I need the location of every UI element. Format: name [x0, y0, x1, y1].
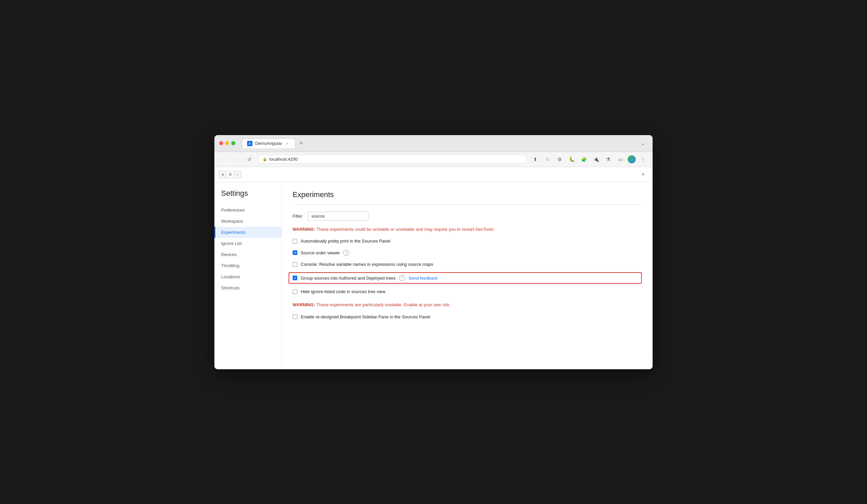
settings-sidebar: Settings Preferences Workspace Experimen…: [214, 182, 282, 369]
filter-label: Filter: [292, 213, 302, 219]
warning-body-2: These experiments are particularly unsta…: [315, 302, 451, 307]
warning-text-1: WARNING: These experiments could be unst…: [292, 226, 642, 233]
sidebar-item-ignore-list[interactable]: Ignore List: [214, 238, 281, 249]
warning-label-2: WARNING:: [292, 302, 315, 307]
address-bar[interactable]: 🔒 localhost:4200: [258, 155, 527, 164]
experiment-item-console-resolve: Console: Resolve variable names in expre…: [292, 261, 642, 267]
counter-minus-button[interactable]: -: [234, 171, 242, 178]
settings-content: Experiments Filter WARNING: These experi…: [282, 182, 653, 369]
sidebar-item-shortcuts[interactable]: Shortcuts: [214, 282, 281, 294]
counter-plus-button[interactable]: +: [219, 171, 226, 178]
experiment-label-pretty-print: Automatically pretty print in the Source…: [301, 239, 390, 244]
experiment-item-group-sources: Group sources into Authored and Deployed…: [289, 272, 642, 284]
devtools-icon[interactable]: ⚙: [555, 155, 564, 164]
extension-icon[interactable]: 🧩: [579, 155, 589, 164]
checkbox-breakpoint-sidebar[interactable]: [292, 314, 297, 319]
warning-body-1: These experiments could be unstable or u…: [315, 227, 494, 232]
experiment-label-source-order: Source order viewer: [301, 250, 340, 255]
content-title: Experiments: [292, 190, 642, 205]
back-button[interactable]: ←: [219, 155, 228, 164]
tab-close-button[interactable]: ×: [285, 141, 290, 146]
help-icon-source-order[interactable]: ?: [343, 250, 349, 256]
share-icon[interactable]: ⬆: [531, 155, 540, 164]
flask-icon[interactable]: ⚗: [603, 155, 613, 164]
browser-titlebar: A DemoAngular × + ⌄: [214, 135, 653, 152]
warning-label-1: WARNING:: [292, 227, 315, 232]
filter-input[interactable]: [308, 211, 368, 221]
counter-value: 0: [226, 171, 234, 178]
bug-icon[interactable]: 🐛: [567, 155, 576, 164]
sidebar-item-preferences[interactable]: Preferences: [214, 205, 281, 216]
settings-layout: Settings Preferences Workspace Experimen…: [214, 182, 653, 369]
lock-icon: 🔒: [263, 157, 267, 161]
sidebar-item-throttling[interactable]: Throttling: [214, 260, 281, 271]
tab-bar: A DemoAngular × +: [242, 139, 635, 148]
more-button[interactable]: ⋮: [639, 155, 648, 164]
experiment-item-source-order: Source order viewer ?: [292, 249, 642, 256]
window-dropdown-button[interactable]: ⌄: [639, 139, 648, 148]
experiment-item-pretty-print: Automatically pretty print in the Source…: [292, 238, 642, 244]
browser-window: A DemoAngular × + ⌄ ← → ↺ 🔒 localhost:42…: [214, 135, 653, 369]
bookmark-icon[interactable]: ☆: [543, 155, 552, 164]
avatar[interactable]: [628, 155, 636, 163]
new-tab-button[interactable]: +: [297, 139, 306, 147]
settings-title: Settings: [214, 189, 281, 205]
send-feedback-link[interactable]: Send feedback: [408, 276, 438, 281]
counter-controls: + 0 -: [219, 171, 242, 178]
sidebar-item-workspace[interactable]: Workspace: [214, 216, 281, 227]
browser-tab[interactable]: A DemoAngular ×: [242, 139, 295, 148]
checkbox-source-order[interactable]: [292, 250, 297, 255]
devtools-panel: + 0 - × Settings Preferences Workspace E…: [214, 167, 653, 369]
reload-button[interactable]: ↺: [245, 155, 254, 164]
tab-title: DemoAngular: [255, 141, 282, 146]
experiment-label-hide-ignore: Hide ignore-listed code in sources tree …: [301, 289, 385, 294]
forward-button[interactable]: →: [232, 155, 242, 164]
experiment-item-breakpoint-sidebar: Enable re-designed Breakpoint Sidebar Pa…: [292, 314, 642, 320]
traffic-light-close[interactable]: [219, 141, 223, 145]
experiment-item-hide-ignore: Hide ignore-listed code in sources tree …: [292, 288, 642, 295]
checkbox-hide-ignore[interactable]: [292, 289, 297, 294]
close-devtools-button[interactable]: ×: [639, 170, 648, 179]
sidebar-item-locations[interactable]: Locations: [214, 271, 281, 282]
tab-favicon: A: [247, 141, 253, 146]
checkbox-pretty-print[interactable]: [292, 239, 297, 244]
experiment-label-group-sources: Group sources into Authored and Deployed…: [301, 276, 396, 281]
help-icon-group-sources[interactable]: ?: [399, 275, 405, 281]
filter-row: Filter: [292, 211, 642, 221]
experiment-label-console-resolve: Console: Resolve variable names in expre…: [301, 262, 433, 267]
address-text: localhost:4200: [269, 157, 298, 162]
traffic-light-maximize[interactable]: [231, 141, 235, 145]
sidebar-item-devices[interactable]: Devices: [214, 249, 281, 260]
experiment-label-breakpoint-sidebar: Enable re-designed Breakpoint Sidebar Pa…: [301, 314, 430, 319]
checkbox-group-sources[interactable]: [292, 276, 297, 280]
devtools-mini-toolbar: + 0 - ×: [214, 167, 653, 182]
sidebar-item-experiments[interactable]: Experiments: [214, 227, 281, 238]
traffic-lights: [219, 141, 235, 145]
warning-text-2: WARNING: These experiments are particula…: [292, 302, 642, 308]
toolbar-icons: ⬆ ☆ ⚙ 🐛 🧩 🔌 ⚗ ▭ ⋮: [531, 155, 648, 164]
sidebar-icon[interactable]: ▭: [616, 155, 625, 164]
traffic-light-minimize[interactable]: [225, 141, 229, 145]
puzzle-icon[interactable]: 🔌: [591, 155, 601, 164]
checkbox-console-resolve[interactable]: [292, 262, 297, 267]
browser-toolbar: ← → ↺ 🔒 localhost:4200 ⬆ ☆ ⚙ 🐛 🧩 🔌 ⚗ ▭ ⋮: [214, 152, 653, 167]
